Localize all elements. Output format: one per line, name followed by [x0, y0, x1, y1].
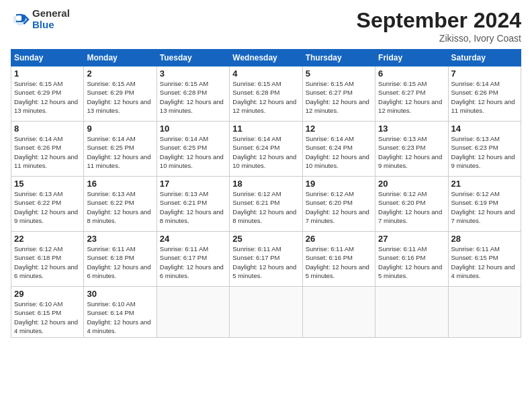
calendar-week-row: 22Sunrise: 6:12 AMSunset: 6:18 PMDayligh…	[11, 232, 521, 287]
day-number: 13	[378, 124, 445, 134]
day-info: Sunrise: 6:12 AMSunset: 6:19 PMDaylight:…	[451, 189, 518, 225]
col-sunday: Sunday	[11, 50, 84, 66]
table-row: 18Sunrise: 6:12 AMSunset: 6:21 PMDayligh…	[230, 177, 302, 232]
day-number: 12	[306, 124, 372, 134]
day-number: 4	[232, 68, 299, 79]
day-info: Sunrise: 6:14 AMSunset: 6:24 PMDaylight:…	[306, 134, 372, 170]
logo-blue: Blue	[32, 19, 70, 31]
day-number: 21	[451, 179, 518, 189]
day-info: Sunrise: 6:14 AMSunset: 6:26 PMDaylight:…	[451, 79, 518, 115]
col-saturday: Saturday	[448, 50, 521, 66]
day-info: Sunrise: 6:11 AMSunset: 6:18 PMDaylight:…	[87, 244, 153, 280]
day-info: Sunrise: 6:12 AMSunset: 6:21 PMDaylight:…	[232, 189, 299, 225]
day-number: 27	[378, 234, 445, 244]
day-info: Sunrise: 6:13 AMSunset: 6:23 PMDaylight:…	[451, 134, 518, 170]
header: General Blue September 2024 Zikisso, Ivo…	[11, 8, 521, 44]
table-row: 4Sunrise: 6:15 AMSunset: 6:28 PMDaylight…	[230, 66, 302, 122]
day-info: Sunrise: 6:13 AMSunset: 6:22 PMDaylight:…	[87, 189, 153, 225]
col-tuesday: Tuesday	[157, 50, 229, 66]
col-monday: Monday	[84, 50, 157, 66]
logo-icon	[11, 10, 30, 29]
logo-text: General Blue	[32, 8, 70, 30]
svg-rect-2	[16, 15, 21, 21]
table-row: 24Sunrise: 6:11 AMSunset: 6:17 PMDayligh…	[157, 232, 229, 287]
calendar-week-row: 8Sunrise: 6:14 AMSunset: 6:26 PMDaylight…	[11, 122, 521, 177]
table-row: 30Sunrise: 6:10 AMSunset: 6:14 PMDayligh…	[84, 287, 157, 338]
day-number: 5	[306, 68, 372, 79]
day-number: 22	[14, 234, 81, 244]
table-row	[302, 287, 375, 338]
day-number: 19	[306, 179, 372, 189]
day-number: 17	[160, 179, 226, 189]
day-number: 11	[232, 124, 299, 134]
day-number: 6	[378, 68, 445, 79]
day-info: Sunrise: 6:12 AMSunset: 6:20 PMDaylight:…	[306, 189, 372, 225]
calendar-header-row: Sunday Monday Tuesday Wednesday Thursday…	[11, 50, 521, 66]
day-info: Sunrise: 6:15 AMSunset: 6:28 PMDaylight:…	[232, 79, 299, 115]
day-info: Sunrise: 6:10 AMSunset: 6:14 PMDaylight:…	[87, 300, 153, 335]
table-row: 15Sunrise: 6:13 AMSunset: 6:22 PMDayligh…	[11, 177, 84, 232]
day-number: 20	[378, 179, 445, 189]
col-friday: Friday	[375, 50, 448, 66]
page: General Blue September 2024 Zikisso, Ivo…	[0, 0, 532, 411]
table-row: 16Sunrise: 6:13 AMSunset: 6:22 PMDayligh…	[84, 177, 157, 232]
day-info: Sunrise: 6:15 AMSunset: 6:28 PMDaylight:…	[160, 79, 226, 115]
day-info: Sunrise: 6:15 AMSunset: 6:29 PMDaylight:…	[87, 79, 153, 115]
table-row: 13Sunrise: 6:13 AMSunset: 6:23 PMDayligh…	[375, 122, 448, 177]
table-row: 26Sunrise: 6:11 AMSunset: 6:16 PMDayligh…	[302, 232, 375, 287]
day-number: 8	[14, 124, 81, 134]
day-number: 26	[306, 234, 372, 244]
table-row: 29Sunrise: 6:10 AMSunset: 6:15 PMDayligh…	[11, 287, 84, 338]
table-row: 22Sunrise: 6:12 AMSunset: 6:18 PMDayligh…	[11, 232, 84, 287]
table-row: 7Sunrise: 6:14 AMSunset: 6:26 PMDaylight…	[448, 66, 521, 122]
day-info: Sunrise: 6:13 AMSunset: 6:21 PMDaylight:…	[160, 189, 226, 225]
calendar-week-row: 1Sunrise: 6:15 AMSunset: 6:29 PMDaylight…	[11, 66, 521, 122]
table-row: 25Sunrise: 6:11 AMSunset: 6:17 PMDayligh…	[230, 232, 302, 287]
day-info: Sunrise: 6:15 AMSunset: 6:29 PMDaylight:…	[14, 79, 81, 115]
day-info: Sunrise: 6:12 AMSunset: 6:18 PMDaylight:…	[14, 244, 81, 280]
table-row: 10Sunrise: 6:14 AMSunset: 6:25 PMDayligh…	[157, 122, 229, 177]
calendar-week-row: 15Sunrise: 6:13 AMSunset: 6:22 PMDayligh…	[11, 177, 521, 232]
table-row: 6Sunrise: 6:15 AMSunset: 6:27 PMDaylight…	[375, 66, 448, 122]
table-row	[375, 287, 448, 338]
day-number: 1	[14, 68, 81, 79]
day-number: 15	[14, 179, 81, 189]
col-wednesday: Wednesday	[230, 50, 302, 66]
day-number: 30	[87, 289, 153, 299]
day-info: Sunrise: 6:15 AMSunset: 6:27 PMDaylight:…	[378, 79, 445, 115]
month-title: September 2024	[357, 8, 521, 33]
day-info: Sunrise: 6:12 AMSunset: 6:20 PMDaylight:…	[378, 189, 445, 225]
day-number: 24	[160, 234, 226, 244]
calendar-table: Sunday Monday Tuesday Wednesday Thursday…	[11, 49, 521, 338]
day-number: 16	[87, 179, 153, 189]
table-row: 14Sunrise: 6:13 AMSunset: 6:23 PMDayligh…	[448, 122, 521, 177]
day-info: Sunrise: 6:13 AMSunset: 6:22 PMDaylight:…	[14, 189, 81, 225]
day-number: 7	[451, 68, 518, 79]
title-area: September 2024 Zikisso, Ivory Coast	[357, 8, 521, 44]
table-row: 5Sunrise: 6:15 AMSunset: 6:27 PMDaylight…	[302, 66, 375, 122]
table-row: 19Sunrise: 6:12 AMSunset: 6:20 PMDayligh…	[302, 177, 375, 232]
day-number: 9	[87, 124, 153, 134]
table-row: 12Sunrise: 6:14 AMSunset: 6:24 PMDayligh…	[302, 122, 375, 177]
day-info: Sunrise: 6:14 AMSunset: 6:26 PMDaylight:…	[14, 134, 81, 170]
day-info: Sunrise: 6:11 AMSunset: 6:17 PMDaylight:…	[160, 244, 226, 280]
day-number: 14	[451, 124, 518, 134]
table-row	[157, 287, 229, 338]
table-row	[448, 287, 521, 338]
table-row: 28Sunrise: 6:11 AMSunset: 6:15 PMDayligh…	[448, 232, 521, 287]
day-number: 2	[87, 68, 153, 79]
table-row: 8Sunrise: 6:14 AMSunset: 6:26 PMDaylight…	[11, 122, 84, 177]
day-info: Sunrise: 6:11 AMSunset: 6:17 PMDaylight:…	[232, 244, 299, 280]
table-row: 17Sunrise: 6:13 AMSunset: 6:21 PMDayligh…	[157, 177, 229, 232]
table-row: 11Sunrise: 6:14 AMSunset: 6:24 PMDayligh…	[230, 122, 302, 177]
day-number: 3	[160, 68, 226, 79]
day-info: Sunrise: 6:13 AMSunset: 6:23 PMDaylight:…	[378, 134, 445, 170]
logo-general: General	[32, 8, 70, 19]
day-info: Sunrise: 6:10 AMSunset: 6:15 PMDaylight:…	[14, 300, 81, 335]
table-row: 23Sunrise: 6:11 AMSunset: 6:18 PMDayligh…	[84, 232, 157, 287]
day-info: Sunrise: 6:14 AMSunset: 6:25 PMDaylight:…	[160, 134, 226, 170]
table-row: 20Sunrise: 6:12 AMSunset: 6:20 PMDayligh…	[375, 177, 448, 232]
table-row: 3Sunrise: 6:15 AMSunset: 6:28 PMDaylight…	[157, 66, 229, 122]
day-number: 28	[451, 234, 518, 244]
day-number: 18	[232, 179, 299, 189]
